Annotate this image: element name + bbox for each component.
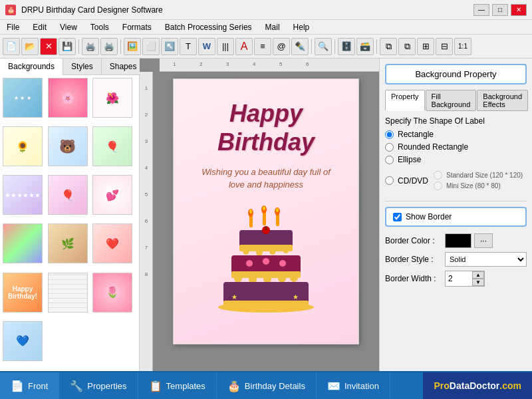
list-item[interactable]: ★ ★ ★ <box>3 78 43 118</box>
radio-mini-input[interactable] <box>434 182 442 190</box>
tool-shapes[interactable]: ⬜ <box>142 38 160 55</box>
list-item[interactable]: ★★★★★★ <box>3 175 43 215</box>
list-item[interactable]: 🐻 <box>48 126 88 166</box>
radio-rectangle-input[interactable] <box>385 130 394 139</box>
list-item[interactable]: Happy Birthday! <box>3 273 43 313</box>
radio-cd-dvd-input[interactable] <box>385 176 394 185</box>
list-item[interactable]: 🌿 <box>48 223 88 263</box>
radio-ellipse-input[interactable] <box>385 156 394 164</box>
radio-rounded-rectangle-input[interactable] <box>385 143 394 152</box>
bottom-tab-front[interactable]: 📄 Front <box>0 372 59 399</box>
tool-db2[interactable]: 🗃️ <box>356 38 374 55</box>
spinner-up-button[interactable]: ▲ <box>472 271 484 279</box>
tool-print2[interactable]: 🖨️ <box>100 38 118 55</box>
card-title: Happy Birthday <box>174 79 358 163</box>
invitation-icon: ✉️ <box>327 380 340 392</box>
bottom-tab-birthday-details[interactable]: 🎂 Birthday Details <box>217 372 317 399</box>
list-item[interactable]: ❤️ <box>92 223 132 263</box>
brand-logo: ProDataDoctor.com <box>423 372 532 399</box>
tool-print[interactable]: 🖨️ <box>82 38 99 55</box>
bottom-tab-invitation[interactable]: ✉️ Invitation <box>317 372 390 399</box>
list-item[interactable] <box>3 223 43 263</box>
tool-sig[interactable]: ✒️ <box>291 38 309 55</box>
spinner-controls: ▲ ▼ <box>472 271 484 286</box>
card-subtitle: Wishing you a beautiful day full oflove … <box>174 163 358 194</box>
list-item[interactable]: 💕 <box>92 175 132 215</box>
ruler-mark: 2 <box>200 61 202 67</box>
radio-standard-size[interactable]: Standard Size (120 * 120) <box>434 171 523 180</box>
border-style-select[interactable]: Solid Dashed Dotted Double <box>445 252 527 267</box>
show-border-checkbox[interactable] <box>393 213 402 221</box>
list-item[interactable]: 💙 <box>3 321 43 361</box>
menu-bar: File Edit View Tools Formats Batch Proce… <box>0 20 532 35</box>
radio-ellipse[interactable]: Ellipse <box>385 155 527 164</box>
tab-backgrounds[interactable]: Backgrounds <box>0 59 63 75</box>
radio-mini-size[interactable]: Mini Size (80 * 80) <box>434 182 523 190</box>
tool-grid[interactable]: ⊞ <box>417 38 434 55</box>
list-item[interactable] <box>48 273 88 313</box>
radio-cd-dvd[interactable]: CD/DVD <box>385 176 428 186</box>
templates-label: Templates <box>166 381 205 391</box>
card-canvas[interactable]: Happy Birthday Wishing you a beautiful d… <box>173 78 359 344</box>
list-item[interactable]: 🌺 <box>92 78 132 118</box>
tab-fill-background[interactable]: Fill Background <box>426 90 477 111</box>
menu-formats[interactable]: Formats <box>116 21 158 33</box>
radio-rounded-rectangle[interactable]: Rounded Rectangle <box>385 142 527 152</box>
border-color-picker-button[interactable]: ··· <box>474 233 493 248</box>
tool-copy2[interactable]: ⧉ <box>398 38 416 55</box>
radio-rectangle[interactable]: Rectangle <box>385 130 527 139</box>
tool-text[interactable]: T <box>180 38 197 55</box>
border-width-input[interactable]: 2 <box>446 273 472 285</box>
tab-background-effects[interactable]: Background Effects <box>477 90 528 111</box>
tool-db[interactable]: 🗄️ <box>338 38 355 55</box>
tool-open[interactable]: 📂 <box>21 38 39 55</box>
close-button[interactable]: ✕ <box>511 4 527 16</box>
bottom-tab-properties[interactable]: 🔧 Properties <box>59 372 138 399</box>
standard-size-label: Standard Size (120 * 120) <box>446 172 523 179</box>
list-item[interactable]: 🎈 <box>92 126 132 166</box>
radio-standard-input[interactable] <box>434 171 442 180</box>
bottom-tab-templates[interactable]: 📋 Templates <box>138 372 217 399</box>
menu-help[interactable]: Help <box>287 21 317 33</box>
menu-tools[interactable]: Tools <box>84 21 116 33</box>
tool-image[interactable]: 🖼️ <box>124 38 141 55</box>
show-border-toggle[interactable]: Show Border <box>385 207 527 227</box>
ruler-mark: 5 <box>141 192 152 198</box>
left-tab-bar: Backgrounds Styles Shapes <box>0 59 139 75</box>
tool-ratio[interactable]: 1:1 <box>454 38 471 55</box>
birthday-details-label: Birthday Details <box>245 381 305 391</box>
tool-close-red[interactable]: ✕ <box>40 38 57 55</box>
tool-align[interactable]: ≡ <box>254 38 271 55</box>
tool-symbol[interactable]: @ <box>273 38 290 55</box>
tool-grid2[interactable]: ⊟ <box>436 38 453 55</box>
tool-cursor[interactable]: ↖️ <box>161 38 178 55</box>
list-item[interactable]: 🌷 <box>92 273 132 313</box>
list-item[interactable]: 🌻 <box>3 126 43 166</box>
menu-mail[interactable]: Mail <box>259 21 287 33</box>
background-property-button[interactable]: Background Property <box>385 64 527 84</box>
tab-shapes[interactable]: Shapes <box>102 59 146 74</box>
menu-batch[interactable]: Batch Processing Series <box>158 21 259 33</box>
tool-word[interactable]: W <box>198 38 215 55</box>
list-item[interactable]: 🎈 <box>48 175 88 215</box>
maximize-button[interactable]: □ <box>492 4 508 16</box>
tab-property[interactable]: Property <box>385 90 425 111</box>
menu-edit[interactable]: Edit <box>26 21 53 33</box>
ruler-mark: 8 <box>141 271 152 277</box>
tool-save[interactable]: 💾 <box>59 38 76 55</box>
border-color-swatch[interactable] <box>445 233 471 248</box>
title-bar: 🎂 DRPU Birthday Card Designer Software —… <box>0 0 532 20</box>
tool-zoom-in[interactable]: 🔍 <box>315 38 332 55</box>
minimize-button[interactable]: — <box>473 4 489 16</box>
tool-copy[interactable]: ⧉ <box>380 38 397 55</box>
tool-barcode[interactable]: ||| <box>217 38 234 55</box>
menu-view[interactable]: View <box>53 21 84 33</box>
menu-file[interactable]: File <box>0 21 26 33</box>
tab-styles[interactable]: Styles <box>63 59 102 74</box>
tool-new[interactable]: 📄 <box>3 38 20 55</box>
tool-text2[interactable]: A <box>235 38 253 55</box>
properties-icon: 🔧 <box>70 380 83 392</box>
list-item[interactable]: 🌸 <box>48 78 88 118</box>
spinner-down-button[interactable]: ▼ <box>472 279 484 286</box>
ruler-mark: 3 <box>141 138 152 144</box>
